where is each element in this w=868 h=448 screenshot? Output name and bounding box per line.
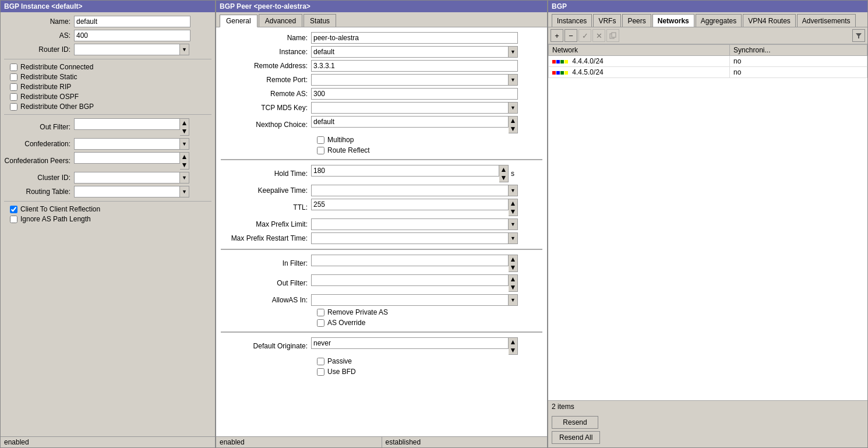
conf-peers-input[interactable] xyxy=(74,152,180,164)
peer-allowas-arrow[interactable]: ▼ xyxy=(509,294,518,306)
router-id-arrow[interactable]: ▼ xyxy=(180,44,189,55)
peer-keepalive-arrow[interactable]: ▼ xyxy=(509,185,518,196)
peer-tcp-md5-label: TCP MD5 Key: xyxy=(221,104,311,112)
cluster-id-arrow[interactable]: ▼ xyxy=(180,172,189,184)
bgp-tab-aggregates[interactable]: Aggregates xyxy=(696,14,742,27)
peer-tcp-md5-input[interactable] xyxy=(311,102,509,114)
resend-button[interactable]: Resend xyxy=(552,416,598,429)
ignore-as-checkbox[interactable] xyxy=(10,216,17,223)
peer-ttl-arrow[interactable]: ▲▼ xyxy=(509,199,518,216)
peer-tcp-md5-arrow[interactable]: ▼ xyxy=(509,102,518,114)
peer-max-prefix-arrow[interactable]: ▼ xyxy=(509,218,518,230)
bgp-tab-networks[interactable]: Networks xyxy=(652,14,694,27)
redist-static-checkbox[interactable] xyxy=(10,73,17,81)
check-button[interactable]: ✓ xyxy=(578,29,591,42)
filter-button[interactable] xyxy=(852,29,865,42)
peer-remove-private-checkbox[interactable] xyxy=(317,309,324,316)
peer-out-filter-input[interactable] xyxy=(311,274,509,286)
peer-nexthop-arrow[interactable]: ▲▼ xyxy=(509,116,518,133)
resend-all-button[interactable]: Resend All xyxy=(552,431,600,444)
bgp-panel: BGP Instances VRFs Peers Networks Aggreg… xyxy=(548,0,868,448)
peer-default-originate-input[interactable] xyxy=(311,337,509,349)
peer-keepalive-input[interactable] xyxy=(311,185,509,196)
bgp-tab-advertisements[interactable]: Advertisements xyxy=(797,14,856,27)
peer-out-filter-arrow[interactable]: ▲▼ xyxy=(509,274,518,292)
redist-other-bgp-checkbox[interactable] xyxy=(10,103,17,111)
peer-in-filter-arrow[interactable]: ▲▼ xyxy=(509,255,518,272)
peer-instance-input[interactable] xyxy=(311,46,509,58)
peer-name-label: Name: xyxy=(221,34,311,42)
peer-as-override-label: AS Override xyxy=(327,319,365,327)
peer-in-filter-input[interactable] xyxy=(311,255,509,266)
tab-advanced[interactable]: Advanced xyxy=(259,14,302,27)
table-row[interactable]: 4.4.5.0/24 no xyxy=(549,67,867,78)
name-input[interactable] xyxy=(74,16,190,27)
bgp-tab-instances[interactable]: Instances xyxy=(552,14,592,27)
cross-button[interactable]: ✕ xyxy=(592,29,605,42)
remove-button[interactable]: − xyxy=(564,29,577,42)
peer-use-bfd-row: Use BFD xyxy=(221,368,542,376)
table-row[interactable]: 4.4.4.0/24 no xyxy=(549,56,867,67)
peer-multihop-label: Multihop xyxy=(327,136,354,144)
peer-use-bfd-checkbox[interactable] xyxy=(317,368,324,376)
peer-remove-private-label: Remove Private AS xyxy=(327,308,388,316)
peer-default-originate-field: ▲▼ xyxy=(311,337,518,355)
redist-ospf-checkbox[interactable] xyxy=(10,93,17,101)
tab-general[interactable]: General xyxy=(220,15,257,27)
peer-remote-port-label: Remote Port: xyxy=(221,76,311,84)
peer-passive-checkbox[interactable] xyxy=(317,358,324,365)
bgp-tab-vrfs[interactable]: VRFs xyxy=(593,14,621,27)
peer-remote-as-label: Remote AS: xyxy=(221,90,311,98)
out-filter-input[interactable] xyxy=(74,118,180,130)
peer-multihop-checkbox[interactable] xyxy=(317,136,324,144)
bgp-instance-panel: BGP Instance <default> Name: AS: Router … xyxy=(0,0,216,448)
add-button[interactable]: + xyxy=(551,29,563,42)
peer-hold-time-arrow[interactable]: ▲▼ xyxy=(499,165,509,182)
peer-hold-time-label: Hold Time: xyxy=(221,170,311,178)
conf-peers-field: ▲▼ xyxy=(74,152,189,170)
peer-ttl-input[interactable] xyxy=(311,199,509,210)
router-id-label: Router ID: xyxy=(4,45,74,54)
routing-table-input[interactable] xyxy=(74,186,180,197)
mid-panel-title: BGP Peer <peer-to-alestra> xyxy=(216,1,547,12)
peer-max-prefix-restart-input[interactable] xyxy=(311,232,509,244)
peer-name-input[interactable] xyxy=(311,32,518,44)
peer-remote-as-input[interactable] xyxy=(311,88,518,100)
client-reflect-checkbox[interactable] xyxy=(10,206,17,213)
tab-status[interactable]: Status xyxy=(304,14,336,27)
bgp-tabs: Instances VRFs Peers Networks Aggregates… xyxy=(548,12,867,27)
peer-max-prefix-restart-field: ▼ xyxy=(311,232,518,244)
peer-remote-addr-input[interactable] xyxy=(311,60,518,72)
as-input[interactable] xyxy=(74,30,190,41)
right-panel-title: BGP xyxy=(548,1,867,12)
peer-allowas-input[interactable] xyxy=(311,294,509,306)
bgp-tab-peers[interactable]: Peers xyxy=(622,14,651,27)
peer-route-reflect-checkbox[interactable] xyxy=(317,147,324,154)
peer-default-originate-arrow[interactable]: ▲▼ xyxy=(509,337,518,355)
peer-remote-port-arrow[interactable]: ▼ xyxy=(509,74,518,86)
router-id-input[interactable] xyxy=(74,44,180,55)
peer-remote-addr-label: Remote Address: xyxy=(221,62,311,70)
peer-hold-time-input[interactable] xyxy=(311,165,499,177)
routing-table-field: ▼ xyxy=(74,186,189,197)
peer-max-prefix-input[interactable] xyxy=(311,218,509,230)
confederation-field: ▼ xyxy=(74,138,189,150)
cluster-id-input[interactable] xyxy=(74,172,180,184)
peer-as-override-checkbox[interactable] xyxy=(317,319,324,327)
routing-table-arrow[interactable]: ▼ xyxy=(180,186,189,197)
peer-instance-arrow[interactable]: ▼ xyxy=(509,46,518,58)
redist-static-row: Redistribute Static xyxy=(4,73,211,81)
confederation-input[interactable] xyxy=(74,138,180,150)
redist-rip-checkbox[interactable] xyxy=(10,83,17,91)
redist-static-label: Redistribute Static xyxy=(20,73,77,81)
out-filter-arrow[interactable]: ▲▼ xyxy=(180,118,189,136)
peer-remote-port-input[interactable] xyxy=(311,74,509,86)
confederation-arrow[interactable]: ▼ xyxy=(180,138,189,150)
copy-button[interactable] xyxy=(606,29,619,42)
conf-peers-arrow[interactable]: ▲▼ xyxy=(180,152,189,170)
peer-max-prefix-restart-arrow[interactable]: ▼ xyxy=(509,232,518,244)
bgp-tab-vpn4-routes[interactable]: VPN4 Routes xyxy=(743,14,796,27)
peer-nexthop-input[interactable] xyxy=(311,116,509,128)
redist-connected-checkbox[interactable] xyxy=(10,64,17,71)
network-value: 4.4.5.0/24 xyxy=(572,68,603,76)
